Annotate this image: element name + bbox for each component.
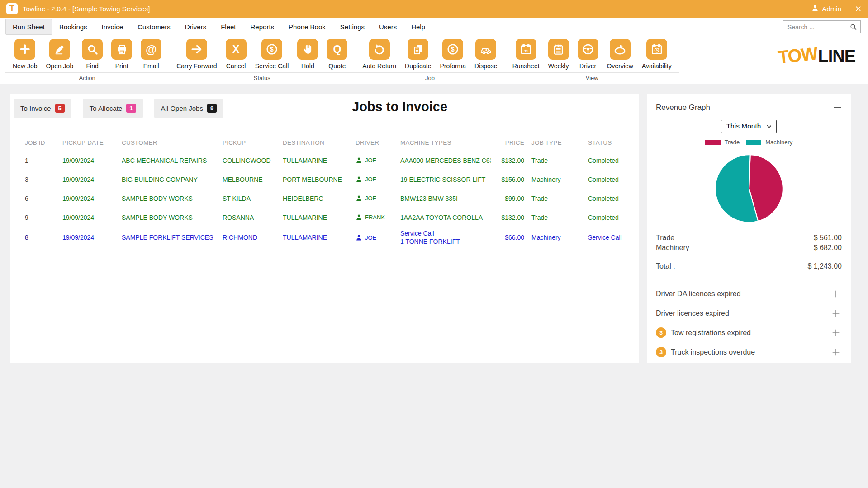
plus-expand-icon[interactable]	[831, 347, 841, 357]
toolbar-button-overview[interactable]: Overview	[607, 39, 633, 70]
plus-expand-icon[interactable]	[831, 308, 841, 318]
menu-item-help[interactable]: Help	[404, 19, 432, 35]
cell-destination: TULLAMARINE	[283, 234, 356, 241]
jobs-panel: To Invoice5To Allocate1All Open Jobs9 Jo…	[10, 94, 639, 363]
tab-all-open-jobs[interactable]: All Open Jobs9	[154, 99, 224, 118]
cell-machine-types: 19 ELECTRIC SCISSOR LIFT	[400, 175, 491, 184]
toolbar-button-cancel[interactable]: XCancel	[226, 39, 247, 70]
toolbar-button-email[interactable]: @Email	[141, 39, 161, 70]
menu-item-settings[interactable]: Settings	[333, 19, 372, 35]
table-row-job-8[interactable]: 819/09/2024SAMPLE FORKLIFT SERVICESRICHM…	[10, 227, 638, 248]
app-title: Towline - 2.0.4 - [Sample Towing Service…	[23, 5, 150, 13]
search-input[interactable]	[787, 24, 849, 31]
menu-item-invoice[interactable]: Invoice	[95, 19, 131, 35]
toolbar-button-runsheet[interactable]: 31Runsheet	[512, 39, 540, 70]
tab-count-badge: 1	[126, 104, 136, 113]
page-title: Jobs to Invoice	[352, 99, 447, 114]
jobs-table: JOB IDPICKUP DATECUSTOMERPICKUPDESTINATI…	[10, 135, 638, 248]
menu-item-bookings[interactable]: Bookings	[52, 19, 95, 35]
close-icon[interactable]	[855, 5, 862, 12]
arrow-right-icon	[186, 39, 207, 60]
cell-pickup: ST KILDA	[223, 195, 283, 202]
toolbar-button-label: Email	[143, 62, 159, 70]
toolbar-button-print[interactable]: Print	[111, 39, 132, 70]
cell-pickup-date: 19/09/2024	[62, 234, 122, 241]
toolbar-button-carry-forward[interactable]: Carry Forward	[176, 39, 217, 70]
plus-expand-icon[interactable]	[831, 289, 841, 299]
table-row-job-3[interactable]: 319/09/2024BIG BUILDING COMPANYMELBOURNE…	[10, 170, 638, 189]
column-header-driver: DRIVER	[356, 139, 400, 146]
toolbar-button-label: Carry Forward	[176, 62, 217, 70]
tab-to-invoice[interactable]: To Invoice5	[14, 99, 71, 118]
cell-pickup-date: 19/09/2024	[62, 195, 122, 202]
user-menu[interactable]: Admin	[811, 5, 841, 13]
table-row-job-6[interactable]: 619/09/2024SAMPLE BODY WORKSST KILDAHEID…	[10, 189, 638, 208]
cell-machine-types: AAA000 MERCEDES BENZ C63	[400, 156, 491, 165]
cell-pickup-date: 19/09/2024	[62, 214, 122, 221]
cell-job-id: 8	[25, 234, 62, 241]
menu-item-fleet[interactable]: Fleet	[213, 19, 243, 35]
toolbar-button-duplicate[interactable]: Duplicate	[405, 39, 431, 70]
toolbar-button-label: Overview	[607, 62, 633, 70]
toolbar-button-auto-return[interactable]: Auto Return	[362, 39, 396, 70]
collapse-icon[interactable]	[834, 104, 842, 111]
cell-customer: BIG BUILDING COMPANY	[122, 176, 223, 183]
toolbar-button-proforma[interactable]: $Proforma	[440, 39, 466, 70]
toolbar-group-view-buttons: 31RunsheetWeeklyDriverOverviewAvailabili…	[505, 36, 679, 70]
toolbar-group-status-buttons: Carry ForwardXCancel$Service CallHoldQQu…	[169, 36, 355, 70]
alert-row-truck-inspections-overdue[interactable]: 3Truck inspections overdue	[656, 342, 842, 362]
tab-count-badge: 9	[207, 104, 217, 113]
toolbar-button-hold[interactable]: Hold	[297, 39, 318, 70]
toolbar-button-label: Duplicate	[405, 62, 431, 70]
menu-item-phone-book[interactable]: Phone Book	[281, 19, 333, 35]
brand-logo: TOW LINE	[778, 46, 855, 66]
alert-label: Tow registrations expired	[671, 329, 751, 337]
legend-item-machinery: Machinery	[746, 139, 792, 146]
total-row-trade: Trade$ 561.00	[656, 233, 842, 243]
menu-item-reports[interactable]: Reports	[243, 19, 282, 35]
menu-item-customers[interactable]: Customers	[130, 19, 178, 35]
toolbar-button-label: Open Job	[46, 62, 73, 70]
toolbar-group-label-view: View	[505, 72, 679, 84]
toolbar-button-weekly[interactable]: Weekly	[548, 39, 569, 70]
toolbar-button-open-job[interactable]: Open Job	[46, 39, 73, 70]
bottom-divider	[0, 400, 868, 400]
toolbar-button-service-call[interactable]: $Service Call	[255, 39, 289, 70]
brand-logo-tow: TOW	[777, 43, 818, 68]
notepad-icon	[548, 39, 569, 60]
tab-to-allocate[interactable]: To Allocate1	[83, 99, 143, 118]
plus-expand-icon[interactable]	[831, 328, 841, 338]
table-row-job-1[interactable]: 119/09/2024ABC MECHANICAL REPAIRSCOLLING…	[10, 151, 638, 170]
menu-item-run-sheet[interactable]: Run Sheet	[5, 19, 52, 35]
cell-machine-types: 1AA2AA TOYOTA COROLLA	[400, 213, 491, 222]
machine-type-line: 1 TONNE FORKLIFT	[400, 237, 491, 246]
toolbar-button-find[interactable]: Find	[82, 39, 103, 70]
table-row-job-9[interactable]: 919/09/2024SAMPLE BODY WORKSROSANNATULLA…	[10, 208, 638, 227]
alert-row-driver-da-licences-expired[interactable]: Driver DA licences expired	[656, 284, 842, 303]
toolbar-button-dispose[interactable]: $Dispose	[474, 39, 498, 70]
cell-job-id: 3	[25, 176, 62, 183]
toolbar-button-label: Dispose	[474, 62, 498, 70]
revenue-title: Revenue Graph	[656, 103, 710, 112]
toolbar-group-label-action: Action	[5, 72, 169, 84]
period-select[interactable]: This Month	[721, 120, 777, 133]
toolbar-button-driver[interactable]: Driver	[578, 39, 598, 70]
search-icon[interactable]	[849, 23, 857, 31]
alert-row-tow-registrations-expired[interactable]: 3Tow registrations expired	[656, 323, 842, 342]
toolbar-button-label: Print	[115, 62, 128, 70]
pie-legend: TradeMachinery	[656, 139, 842, 146]
alert-row-driver-licences-expired[interactable]: Driver licences expired	[656, 303, 842, 323]
legend-swatch-trade	[705, 140, 721, 145]
toolbar-button-quote[interactable]: QQuote	[327, 39, 347, 70]
dollar-circle-icon: $	[261, 39, 282, 60]
menu-item-drivers[interactable]: Drivers	[178, 19, 214, 35]
totals-rows: Trade$ 561.00Machinery$ 682.00	[656, 233, 842, 253]
toolbar-button-new-job[interactable]: New Job	[13, 39, 37, 70]
toolbar-button-availability[interactable]: Availability	[642, 39, 672, 70]
column-header-machine-types: MACHINE TYPES	[400, 139, 491, 146]
driver-person-icon	[356, 234, 362, 241]
undo-icon	[369, 39, 390, 60]
user-icon	[811, 5, 819, 13]
tab-label: All Open Jobs	[161, 104, 203, 112]
menu-item-users[interactable]: Users	[372, 19, 404, 35]
